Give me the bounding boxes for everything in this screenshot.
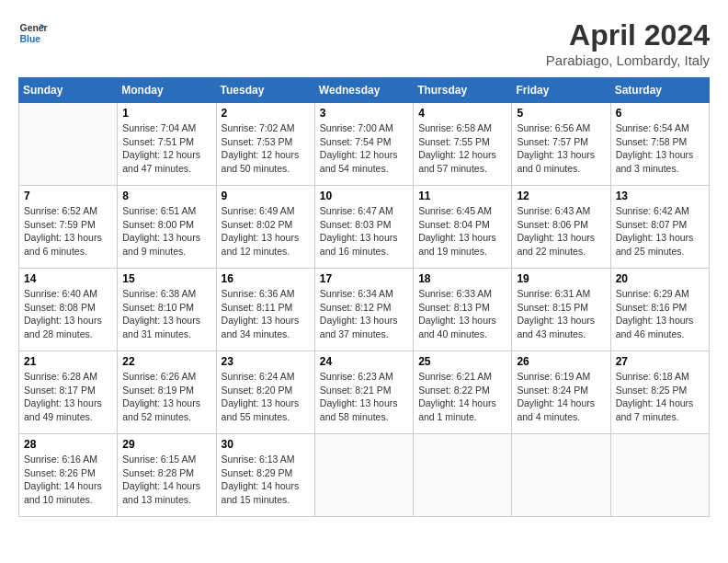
day-number: 19 [517,272,605,285]
day-number: 25 [418,355,506,368]
day-cell: 14Sunrise: 6:40 AM Sunset: 8:08 PM Dayli… [19,269,118,351]
day-info: Sunrise: 6:42 AM Sunset: 8:07 PM Dayligh… [616,204,704,259]
day-cell: 22Sunrise: 6:26 AM Sunset: 8:19 PM Dayli… [118,351,216,434]
day-cell: 2Sunrise: 7:02 AM Sunset: 7:53 PM Daylig… [216,103,314,186]
day-cell: 10Sunrise: 6:47 AM Sunset: 8:03 PM Dayli… [314,186,413,269]
day-cell: 13Sunrise: 6:42 AM Sunset: 8:07 PM Dayli… [610,186,709,269]
week-row-2: 7Sunrise: 6:52 AM Sunset: 7:59 PM Daylig… [19,186,710,269]
day-number: 10 [320,190,408,202]
day-number: 7 [24,190,112,202]
day-info: Sunrise: 6:29 AM Sunset: 8:16 PM Dayligh… [616,287,704,341]
week-row-1: 1Sunrise: 7:04 AM Sunset: 7:51 PM Daylig… [19,103,710,186]
day-info: Sunrise: 7:02 AM Sunset: 7:53 PM Dayligh… [222,121,310,176]
day-cell: 18Sunrise: 6:33 AM Sunset: 8:13 PM Dayli… [414,269,512,351]
day-info: Sunrise: 6:31 AM Sunset: 8:15 PM Dayligh… [517,287,605,341]
day-number: 23 [222,355,310,368]
day-number: 17 [320,272,408,285]
col-header-monday: Monday [118,78,216,103]
day-info: Sunrise: 6:45 AM Sunset: 8:04 PM Dayligh… [418,204,506,259]
day-info: Sunrise: 6:36 AM Sunset: 8:11 PM Dayligh… [222,287,310,341]
day-number: 13 [616,190,704,202]
day-info: Sunrise: 6:33 AM Sunset: 8:13 PM Dayligh… [418,287,506,341]
day-info: Sunrise: 6:23 AM Sunset: 8:21 PM Dayligh… [320,370,408,424]
day-info: Sunrise: 6:52 AM Sunset: 7:59 PM Dayligh… [24,204,112,259]
day-info: Sunrise: 6:49 AM Sunset: 8:02 PM Dayligh… [222,204,310,259]
day-info: Sunrise: 6:43 AM Sunset: 8:06 PM Dayligh… [517,204,605,259]
day-number: 1 [122,107,210,120]
day-cell: 1Sunrise: 7:04 AM Sunset: 7:51 PM Daylig… [118,103,216,186]
day-info: Sunrise: 6:34 AM Sunset: 8:12 PM Dayligh… [320,287,408,341]
day-info: Sunrise: 6:56 AM Sunset: 7:57 PM Dayligh… [517,121,605,176]
title-area: April 2024 Parabiago, Lombardy, Italy [546,18,710,68]
day-cell: 17Sunrise: 6:34 AM Sunset: 8:12 PM Dayli… [314,269,413,351]
day-info: Sunrise: 6:16 AM Sunset: 8:26 PM Dayligh… [24,453,112,507]
day-cell: 19Sunrise: 6:31 AM Sunset: 8:15 PM Dayli… [512,269,610,351]
day-number: 26 [517,355,605,368]
day-cell: 3Sunrise: 7:00 AM Sunset: 7:54 PM Daylig… [314,103,413,186]
day-number: 12 [517,190,605,202]
week-row-5: 28Sunrise: 6:16 AM Sunset: 8:26 PM Dayli… [19,434,710,517]
day-number: 5 [517,107,605,120]
logo-icon: General Blue [18,18,48,48]
col-header-tuesday: Tuesday [216,78,314,103]
day-number: 27 [616,355,704,368]
day-info: Sunrise: 6:47 AM Sunset: 8:03 PM Dayligh… [320,204,408,259]
day-info: Sunrise: 6:40 AM Sunset: 8:08 PM Dayligh… [24,287,112,341]
day-cell: 26Sunrise: 6:19 AM Sunset: 8:24 PM Dayli… [512,351,610,434]
day-number: 28 [24,438,112,451]
day-cell: 5Sunrise: 6:56 AM Sunset: 7:57 PM Daylig… [512,103,610,186]
location: Parabiago, Lombardy, Italy [546,52,710,68]
week-row-4: 21Sunrise: 6:28 AM Sunset: 8:17 PM Dayli… [19,351,710,434]
calendar-table: SundayMondayTuesdayWednesdayThursdayFrid… [18,77,710,517]
day-cell: 27Sunrise: 6:18 AM Sunset: 8:25 PM Dayli… [610,351,709,434]
day-info: Sunrise: 6:58 AM Sunset: 7:55 PM Dayligh… [418,121,506,176]
day-cell: 21Sunrise: 6:28 AM Sunset: 8:17 PM Dayli… [19,351,118,434]
day-number: 21 [24,355,112,368]
day-cell: 28Sunrise: 6:16 AM Sunset: 8:26 PM Dayli… [19,434,118,517]
day-cell: 24Sunrise: 6:23 AM Sunset: 8:21 PM Dayli… [314,351,413,434]
day-cell: 12Sunrise: 6:43 AM Sunset: 8:06 PM Dayli… [512,186,610,269]
header: General Blue April 2024 Parabiago, Lomba… [18,18,710,68]
day-number: 22 [122,355,210,368]
svg-text:Blue: Blue [20,34,41,44]
day-info: Sunrise: 6:21 AM Sunset: 8:22 PM Dayligh… [418,370,506,424]
day-number: 9 [222,190,310,202]
month-title: April 2024 [546,18,710,52]
day-info: Sunrise: 6:24 AM Sunset: 8:20 PM Dayligh… [222,370,310,424]
day-cell [512,434,610,517]
day-cell: 16Sunrise: 6:36 AM Sunset: 8:11 PM Dayli… [216,269,314,351]
day-info: Sunrise: 6:38 AM Sunset: 8:10 PM Dayligh… [122,287,210,341]
week-row-3: 14Sunrise: 6:40 AM Sunset: 8:08 PM Dayli… [19,269,710,351]
day-info: Sunrise: 7:00 AM Sunset: 7:54 PM Dayligh… [320,121,408,176]
day-info: Sunrise: 6:54 AM Sunset: 7:58 PM Dayligh… [616,121,704,176]
col-header-sunday: Sunday [19,78,118,103]
day-cell: 8Sunrise: 6:51 AM Sunset: 8:00 PM Daylig… [118,186,216,269]
col-header-saturday: Saturday [610,78,709,103]
day-info: Sunrise: 6:26 AM Sunset: 8:19 PM Dayligh… [122,370,210,424]
day-number: 18 [418,272,506,285]
day-info: Sunrise: 6:18 AM Sunset: 8:25 PM Dayligh… [616,370,704,424]
day-cell: 15Sunrise: 6:38 AM Sunset: 8:10 PM Dayli… [118,269,216,351]
day-cell [19,103,118,186]
day-number: 4 [418,107,506,120]
day-cell: 20Sunrise: 6:29 AM Sunset: 8:16 PM Dayli… [610,269,709,351]
day-cell: 30Sunrise: 6:13 AM Sunset: 8:29 PM Dayli… [216,434,314,517]
day-cell: 11Sunrise: 6:45 AM Sunset: 8:04 PM Dayli… [414,186,512,269]
day-number: 8 [122,190,210,202]
day-cell [610,434,709,517]
day-info: Sunrise: 7:04 AM Sunset: 7:51 PM Dayligh… [122,121,210,176]
header-row: SundayMondayTuesdayWednesdayThursdayFrid… [19,78,710,103]
day-number: 6 [616,107,704,120]
day-number: 3 [320,107,408,120]
logo: General Blue [18,18,48,48]
day-cell [414,434,512,517]
day-number: 20 [616,272,704,285]
col-header-friday: Friday [512,78,610,103]
day-cell: 9Sunrise: 6:49 AM Sunset: 8:02 PM Daylig… [216,186,314,269]
day-number: 30 [222,438,310,451]
day-cell: 4Sunrise: 6:58 AM Sunset: 7:55 PM Daylig… [414,103,512,186]
day-number: 2 [222,107,310,120]
day-cell: 6Sunrise: 6:54 AM Sunset: 7:58 PM Daylig… [610,103,709,186]
col-header-wednesday: Wednesday [314,78,413,103]
col-header-thursday: Thursday [414,78,512,103]
